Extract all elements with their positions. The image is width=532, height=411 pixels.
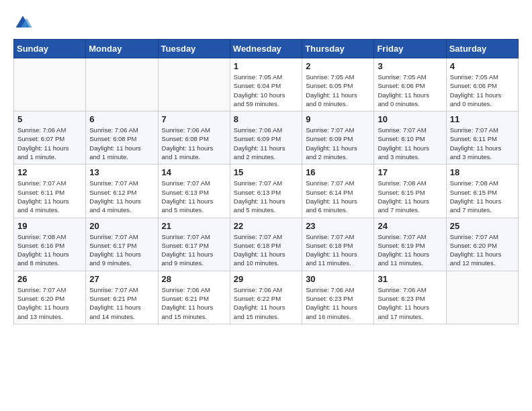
day-info: Sunrise: 7:07 AM Sunset: 6:17 PM Dayligh…: [162, 232, 226, 268]
calendar-table: SundayMondayTuesdayWednesdayThursdayFrid…: [13, 39, 519, 324]
week-row-2: 5Sunrise: 7:06 AM Sunset: 6:07 PM Daylig…: [14, 111, 519, 165]
day-number: 5: [17, 114, 82, 124]
calendar-cell: 21Sunrise: 7:07 AM Sunset: 6:17 PM Dayli…: [158, 218, 230, 271]
calendar-cell: 30Sunrise: 7:06 AM Sunset: 6:23 PM Dayli…: [302, 271, 374, 324]
calendar-cell: 11Sunrise: 7:07 AM Sunset: 6:11 PM Dayli…: [446, 111, 518, 165]
day-number: 12: [17, 167, 82, 177]
day-number: 22: [234, 221, 298, 231]
day-number: 24: [378, 221, 442, 231]
calendar-cell: 10Sunrise: 7:07 AM Sunset: 6:10 PM Dayli…: [374, 111, 446, 165]
day-header-friday: Friday: [374, 40, 446, 58]
calendar-cell: 25Sunrise: 7:07 AM Sunset: 6:20 PM Dayli…: [446, 218, 518, 271]
calendar-cell: 8Sunrise: 7:06 AM Sunset: 6:09 PM Daylig…: [230, 111, 302, 165]
day-info: Sunrise: 7:06 AM Sunset: 6:23 PM Dayligh…: [306, 285, 370, 321]
day-number: 18: [450, 167, 515, 177]
day-info: Sunrise: 7:07 AM Sunset: 6:09 PM Dayligh…: [306, 126, 370, 161]
day-info: Sunrise: 7:07 AM Sunset: 6:12 PM Dayligh…: [89, 179, 154, 214]
calendar-cell: 26Sunrise: 7:07 AM Sunset: 6:20 PM Dayli…: [14, 271, 86, 324]
calendar-cell: 9Sunrise: 7:07 AM Sunset: 6:09 PM Daylig…: [302, 111, 374, 165]
day-number: 29: [234, 274, 298, 284]
calendar-cell: 1Sunrise: 7:05 AM Sunset: 6:04 PM Daylig…: [230, 58, 302, 111]
day-info: Sunrise: 7:07 AM Sunset: 6:13 PM Dayligh…: [234, 179, 298, 214]
calendar-cell: 4Sunrise: 7:05 AM Sunset: 6:06 PM Daylig…: [446, 58, 518, 111]
day-info: Sunrise: 7:05 AM Sunset: 6:05 PM Dayligh…: [306, 73, 370, 108]
day-number: 28: [162, 274, 226, 284]
day-info: Sunrise: 7:05 AM Sunset: 6:04 PM Dayligh…: [234, 73, 298, 108]
calendar-cell: 2Sunrise: 7:05 AM Sunset: 6:05 PM Daylig…: [302, 58, 374, 111]
day-info: Sunrise: 7:07 AM Sunset: 6:11 PM Dayligh…: [17, 179, 82, 214]
calendar-cell: 16Sunrise: 7:07 AM Sunset: 6:14 PM Dayli…: [302, 165, 374, 218]
day-number: 2: [306, 61, 370, 71]
calendar-cell: 6Sunrise: 7:06 AM Sunset: 6:08 PM Daylig…: [86, 111, 158, 165]
calendar-cell: 19Sunrise: 7:08 AM Sunset: 6:16 PM Dayli…: [14, 218, 86, 271]
day-number: 10: [378, 114, 442, 124]
day-number: 31: [378, 274, 442, 284]
day-info: Sunrise: 7:08 AM Sunset: 6:15 PM Dayligh…: [450, 179, 515, 214]
day-number: 30: [306, 274, 370, 284]
day-number: 6: [89, 114, 154, 124]
day-header-saturday: Saturday: [446, 40, 518, 58]
day-info: Sunrise: 7:07 AM Sunset: 6:21 PM Dayligh…: [89, 285, 154, 321]
week-row-5: 26Sunrise: 7:07 AM Sunset: 6:20 PM Dayli…: [14, 271, 519, 324]
day-info: Sunrise: 7:07 AM Sunset: 6:20 PM Dayligh…: [17, 285, 82, 321]
week-row-3: 12Sunrise: 7:07 AM Sunset: 6:11 PM Dayli…: [14, 165, 519, 218]
day-info: Sunrise: 7:06 AM Sunset: 6:22 PM Dayligh…: [234, 285, 298, 321]
day-number: 19: [17, 221, 82, 231]
day-number: 26: [17, 274, 82, 284]
day-info: Sunrise: 7:06 AM Sunset: 6:09 PM Dayligh…: [234, 126, 298, 161]
calendar-cell: 24Sunrise: 7:07 AM Sunset: 6:19 PM Dayli…: [374, 218, 446, 271]
day-info: Sunrise: 7:06 AM Sunset: 6:08 PM Dayligh…: [89, 126, 154, 161]
calendar-cell: 31Sunrise: 7:06 AM Sunset: 6:23 PM Dayli…: [374, 271, 446, 324]
day-number: 1: [234, 61, 298, 71]
calendar-cell: 3Sunrise: 7:05 AM Sunset: 6:06 PM Daylig…: [374, 58, 446, 111]
day-info: Sunrise: 7:07 AM Sunset: 6:20 PM Dayligh…: [450, 232, 515, 268]
calendar-cell: 18Sunrise: 7:08 AM Sunset: 6:15 PM Dayli…: [446, 165, 518, 218]
day-info: Sunrise: 7:06 AM Sunset: 6:07 PM Dayligh…: [17, 126, 82, 161]
day-info: Sunrise: 7:06 AM Sunset: 6:08 PM Dayligh…: [162, 126, 226, 161]
day-info: Sunrise: 7:08 AM Sunset: 6:15 PM Dayligh…: [378, 179, 442, 214]
day-info: Sunrise: 7:07 AM Sunset: 6:10 PM Dayligh…: [378, 126, 442, 161]
calendar-cell: 20Sunrise: 7:07 AM Sunset: 6:17 PM Dayli…: [86, 218, 158, 271]
day-number: 7: [162, 114, 226, 124]
page-header: [13, 13, 519, 32]
day-info: Sunrise: 7:07 AM Sunset: 6:11 PM Dayligh…: [450, 126, 515, 161]
day-header-wednesday: Wednesday: [230, 40, 302, 58]
day-header-tuesday: Tuesday: [158, 40, 230, 58]
days-header-row: SundayMondayTuesdayWednesdayThursdayFrid…: [14, 40, 519, 58]
day-info: Sunrise: 7:08 AM Sunset: 6:16 PM Dayligh…: [17, 232, 82, 268]
day-info: Sunrise: 7:07 AM Sunset: 6:14 PM Dayligh…: [306, 179, 370, 214]
calendar-cell: 22Sunrise: 7:07 AM Sunset: 6:18 PM Dayli…: [230, 218, 302, 271]
day-number: 11: [450, 114, 515, 124]
day-number: 3: [378, 61, 442, 71]
day-number: 20: [89, 221, 154, 231]
day-number: 8: [234, 114, 298, 124]
calendar-cell: 5Sunrise: 7:06 AM Sunset: 6:07 PM Daylig…: [14, 111, 86, 165]
logo: [13, 13, 35, 32]
day-info: Sunrise: 7:07 AM Sunset: 6:18 PM Dayligh…: [234, 232, 298, 268]
calendar-cell: 12Sunrise: 7:07 AM Sunset: 6:11 PM Dayli…: [14, 165, 86, 218]
day-info: Sunrise: 7:07 AM Sunset: 6:13 PM Dayligh…: [162, 179, 226, 214]
calendar-cell: 13Sunrise: 7:07 AM Sunset: 6:12 PM Dayli…: [86, 165, 158, 218]
day-header-monday: Monday: [86, 40, 158, 58]
day-number: 17: [378, 167, 442, 177]
day-header-thursday: Thursday: [302, 40, 374, 58]
calendar-cell: 15Sunrise: 7:07 AM Sunset: 6:13 PM Dayli…: [230, 165, 302, 218]
calendar-cell: 7Sunrise: 7:06 AM Sunset: 6:08 PM Daylig…: [158, 111, 230, 165]
calendar-cell: 29Sunrise: 7:06 AM Sunset: 6:22 PM Dayli…: [230, 271, 302, 324]
calendar-cell: 28Sunrise: 7:06 AM Sunset: 6:21 PM Dayli…: [158, 271, 230, 324]
day-number: 14: [162, 167, 226, 177]
day-number: 4: [450, 61, 515, 71]
day-number: 15: [234, 167, 298, 177]
week-row-1: 1Sunrise: 7:05 AM Sunset: 6:04 PM Daylig…: [14, 58, 519, 111]
day-number: 25: [450, 221, 515, 231]
logo-icon: [13, 13, 32, 32]
day-header-sunday: Sunday: [14, 40, 86, 58]
day-info: Sunrise: 7:07 AM Sunset: 6:19 PM Dayligh…: [378, 232, 442, 268]
day-info: Sunrise: 7:07 AM Sunset: 6:17 PM Dayligh…: [89, 232, 154, 268]
calendar-cell: [446, 271, 518, 324]
day-number: 23: [306, 221, 370, 231]
day-info: Sunrise: 7:06 AM Sunset: 6:21 PM Dayligh…: [162, 285, 226, 321]
calendar-cell: 14Sunrise: 7:07 AM Sunset: 6:13 PM Dayli…: [158, 165, 230, 218]
calendar-cell: 27Sunrise: 7:07 AM Sunset: 6:21 PM Dayli…: [86, 271, 158, 324]
day-info: Sunrise: 7:05 AM Sunset: 6:06 PM Dayligh…: [450, 73, 515, 108]
